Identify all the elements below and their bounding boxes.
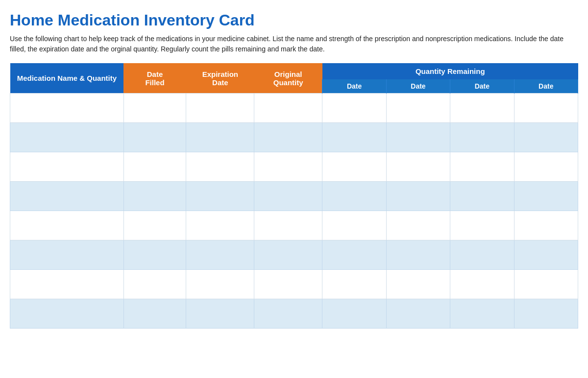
table-cell[interactable] bbox=[514, 299, 578, 329]
table-cell[interactable] bbox=[514, 123, 578, 152]
page-title: Home Medication Inventory Card bbox=[10, 12, 578, 29]
table-cell[interactable] bbox=[186, 299, 254, 329]
col-date2-header: Date bbox=[386, 79, 450, 94]
table-cell[interactable] bbox=[254, 211, 322, 240]
table-cell[interactable] bbox=[450, 270, 514, 299]
col-date4-header: Date bbox=[514, 79, 578, 94]
table-cell[interactable] bbox=[386, 240, 450, 270]
table-cell[interactable] bbox=[450, 299, 514, 329]
table-cell[interactable] bbox=[514, 270, 578, 299]
table-cell[interactable] bbox=[10, 94, 124, 123]
table-cell[interactable] bbox=[123, 123, 186, 152]
table-cell[interactable] bbox=[123, 270, 186, 299]
table-cell[interactable] bbox=[322, 270, 386, 299]
table-cell[interactable] bbox=[186, 182, 254, 211]
table-cell[interactable] bbox=[10, 299, 124, 329]
table-cell[interactable] bbox=[123, 211, 186, 240]
table-cell[interactable] bbox=[514, 211, 578, 240]
table-cell[interactable] bbox=[10, 211, 124, 240]
table-cell[interactable] bbox=[450, 123, 514, 152]
table-cell[interactable] bbox=[386, 270, 450, 299]
table-cell[interactable] bbox=[123, 240, 186, 270]
table-cell[interactable] bbox=[450, 182, 514, 211]
table-cell[interactable] bbox=[322, 240, 386, 270]
table-cell[interactable] bbox=[186, 152, 254, 182]
inventory-table: Medication Name & Quantity Date Filled E… bbox=[10, 63, 578, 329]
table-cell[interactable] bbox=[322, 211, 386, 240]
col-exp-date-header: Expiration Date bbox=[186, 63, 254, 94]
table-cell[interactable] bbox=[254, 152, 322, 182]
table-cell[interactable] bbox=[514, 94, 578, 123]
table-cell[interactable] bbox=[386, 299, 450, 329]
table-cell[interactable] bbox=[186, 270, 254, 299]
table-row bbox=[10, 182, 578, 211]
description-text: Use the following chart to help keep tra… bbox=[10, 34, 578, 54]
table-cell[interactable] bbox=[254, 299, 322, 329]
table-cell[interactable] bbox=[10, 240, 124, 270]
table-cell[interactable] bbox=[254, 182, 322, 211]
table-cell[interactable] bbox=[123, 182, 186, 211]
table-cell[interactable] bbox=[450, 94, 514, 123]
col-qty-remaining-header: Quantity Remaining bbox=[322, 63, 578, 79]
table-cell[interactable] bbox=[386, 152, 450, 182]
table-cell[interactable] bbox=[123, 299, 186, 329]
table-row bbox=[10, 94, 578, 123]
table-cell[interactable] bbox=[10, 123, 124, 152]
table-cell[interactable] bbox=[186, 240, 254, 270]
table-cell[interactable] bbox=[386, 211, 450, 240]
col-date-filled-header: Date Filled bbox=[123, 63, 186, 94]
table-cell[interactable] bbox=[254, 123, 322, 152]
table-cell[interactable] bbox=[322, 94, 386, 123]
table-row bbox=[10, 123, 578, 152]
table-row bbox=[10, 270, 578, 299]
table-cell[interactable] bbox=[10, 152, 124, 182]
table-row bbox=[10, 211, 578, 240]
table-cell[interactable] bbox=[123, 94, 186, 123]
table-row bbox=[10, 240, 578, 270]
table-cell[interactable] bbox=[322, 123, 386, 152]
table-row bbox=[10, 299, 578, 329]
table-cell[interactable] bbox=[186, 211, 254, 240]
table-cell[interactable] bbox=[186, 94, 254, 123]
table-cell[interactable] bbox=[514, 240, 578, 270]
table-cell[interactable] bbox=[322, 152, 386, 182]
table-cell[interactable] bbox=[322, 299, 386, 329]
col-date1-header: Date bbox=[322, 79, 386, 94]
table-cell[interactable] bbox=[386, 94, 450, 123]
table-row bbox=[10, 152, 578, 182]
table-cell[interactable] bbox=[386, 182, 450, 211]
col-date3-header: Date bbox=[450, 79, 514, 94]
table-cell[interactable] bbox=[254, 270, 322, 299]
table-cell[interactable] bbox=[123, 152, 186, 182]
table-cell[interactable] bbox=[10, 270, 124, 299]
table-cell[interactable] bbox=[450, 240, 514, 270]
table-cell[interactable] bbox=[514, 182, 578, 211]
col-orig-qty-header: Original Quantity bbox=[254, 63, 322, 94]
table-cell[interactable] bbox=[514, 152, 578, 182]
table-cell[interactable] bbox=[186, 123, 254, 152]
table-cell[interactable] bbox=[450, 211, 514, 240]
col-med-name-header: Medication Name & Quantity bbox=[10, 63, 124, 94]
table-cell[interactable] bbox=[254, 240, 322, 270]
table-cell[interactable] bbox=[254, 94, 322, 123]
table-cell[interactable] bbox=[450, 152, 514, 182]
table-cell[interactable] bbox=[386, 123, 450, 152]
table-cell[interactable] bbox=[10, 182, 124, 211]
table-cell[interactable] bbox=[322, 182, 386, 211]
